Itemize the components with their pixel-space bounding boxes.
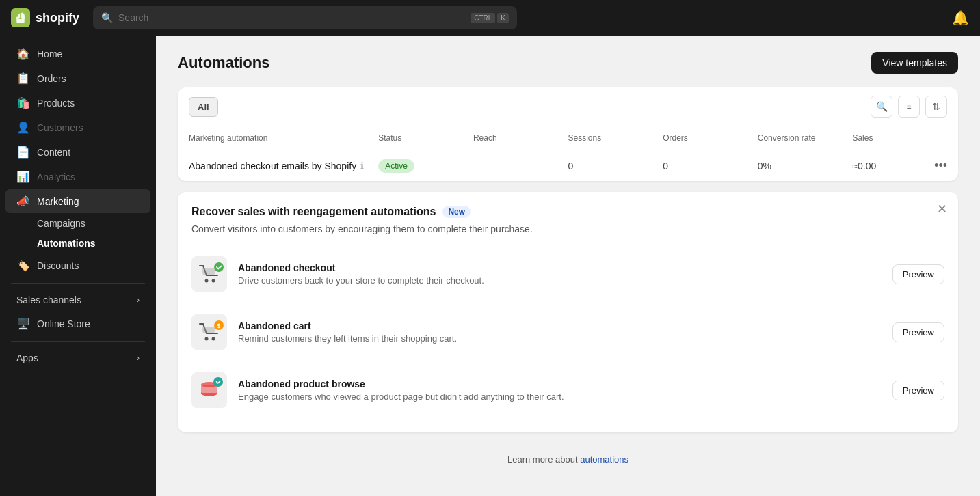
filter-tab-all[interactable]: All [189, 97, 218, 117]
sidebar-divider [11, 283, 145, 284]
preview-cart-button[interactable]: Preview [892, 322, 944, 342]
automation-item-checkout-title: Abandoned checkout [238, 262, 882, 273]
automation-item-checkout-info: Abandoned checkout Drive customers back … [238, 262, 882, 286]
reengagement-card: ✕ Recover sales with reengagement automa… [178, 192, 958, 432]
sidebar-item-discounts[interactable]: 🏷️ Discounts [5, 253, 150, 277]
search-input[interactable] [118, 12, 465, 23]
content-area: Automations View templates All 🔍 ≡ ⇅ [156, 36, 980, 496]
sort-icon: ⇅ [932, 101, 940, 112]
list-filter-icon: ≡ [906, 102, 911, 111]
automation-item-cart-title: Abandoned cart [238, 320, 882, 331]
orders-icon: 📋 [16, 72, 30, 85]
reengagement-header: Recover sales with reengagement automati… [191, 206, 944, 218]
sidebar-item-label: Orders [37, 73, 66, 84]
notification-bell-icon[interactable]: 🔔 [952, 10, 969, 25]
automation-conversion-rate: 0% [758, 161, 853, 171]
col-header-sales: Sales [852, 133, 947, 143]
search-icon: 🔍 [101, 12, 113, 23]
sidebar-item-analytics[interactable]: 📊 Analytics [5, 165, 150, 189]
sidebar-item-home[interactable]: 🏠 Home [5, 42, 150, 66]
page-title: Automations [178, 54, 269, 72]
automation-sales: ≈0.00 [852, 161, 876, 171]
sidebar-item-label: Online Store [37, 318, 90, 329]
shopify-bag-icon [11, 8, 30, 27]
sidebar-item-content[interactable]: 📄 Content [5, 140, 150, 164]
new-badge: New [442, 206, 471, 218]
col-header-orders: Orders [663, 133, 758, 143]
notification-area[interactable]: 🔔 [952, 10, 969, 26]
learn-more-text: Learn more about [507, 454, 578, 465]
automations-link[interactable]: automations [580, 454, 628, 465]
sidebar-item-orders[interactable]: 📋 Orders [5, 66, 150, 90]
apps-chevron-icon: › [137, 353, 140, 363]
learn-more-footer: Learn more about automations [178, 443, 958, 476]
more-options-button[interactable]: ••• [934, 159, 947, 173]
sales-channels-label: Sales channels [16, 294, 81, 305]
automation-orders: 0 [663, 161, 758, 171]
page-header: Automations View templates [178, 52, 958, 74]
sidebar-item-marketing[interactable]: 📣 Marketing [5, 189, 150, 213]
automation-name-text: Abandoned checkout emails by Shopify [189, 161, 356, 171]
online-store-icon: 🖥️ [16, 317, 30, 330]
sidebar-item-label: Content [37, 147, 70, 158]
automation-sales-cell: ≈0.00 ••• [852, 159, 947, 173]
shopify-logo[interactable]: shopify [11, 8, 79, 27]
svg-point-14 [213, 377, 223, 387]
search-bar[interactable]: 🔍 CTRL K [93, 6, 517, 29]
automations-table-card: All 🔍 ≡ ⇅ Marketing automation Status [178, 87, 958, 181]
abandoned-cart-svg: $ [191, 314, 227, 350]
sidebar-divider-2 [11, 341, 145, 342]
info-icon[interactable]: ℹ [360, 161, 364, 171]
reengagement-title: Recover sales with reengagement automati… [191, 206, 436, 218]
col-header-conversion: Conversion rate [758, 133, 853, 143]
svg-point-2 [205, 279, 209, 283]
search-filter-button[interactable]: 🔍 [871, 96, 892, 118]
automation-item-cart-info: Abandoned cart Remind customers they lef… [238, 320, 882, 344]
automation-item-checkout: Abandoned checkout Drive customers back … [191, 245, 944, 303]
sidebar-item-label: Customers [37, 122, 83, 133]
sidebar-item-label: Home [37, 49, 62, 59]
list-filter-button[interactable]: ≡ [898, 96, 920, 118]
sidebar-item-label: Analytics [37, 171, 75, 182]
sort-button[interactable]: ⇅ [925, 96, 947, 118]
sidebar-sub-item-automations[interactable]: Automations [5, 234, 150, 253]
col-header-sessions: Sessions [568, 133, 663, 143]
automation-status-cell: Active [378, 159, 473, 173]
search-filter-icon: 🔍 [876, 101, 888, 112]
reengagement-description: Convert visitors into customers by encou… [191, 223, 944, 234]
preview-browse-button[interactable]: Preview [892, 381, 944, 400]
automation-item-browse: Abandoned product browse Engage customer… [191, 361, 944, 419]
table-row: Abandoned checkout emails by Shopify ℹ A… [178, 150, 958, 181]
main-layout: 🏠 Home 📋 Orders 🛍️ Products 👤 Customers … [0, 36, 980, 496]
view-templates-button[interactable]: View templates [871, 52, 958, 74]
preview-checkout-button[interactable]: Preview [892, 264, 944, 284]
apps-label: Apps [16, 353, 38, 363]
home-icon: 🏠 [16, 47, 30, 60]
sidebar-item-online-store[interactable]: 🖥️ Online Store [5, 312, 150, 335]
sidebar-item-label: Products [37, 98, 75, 109]
automation-item-cart-desc: Remind customers they left items in thei… [238, 333, 882, 344]
top-navigation: shopify 🔍 CTRL K 🔔 [0, 0, 980, 36]
cart-icon: $ [191, 314, 227, 350]
sidebar-item-products[interactable]: 🛍️ Products [5, 91, 150, 115]
discounts-icon: 🏷️ [16, 259, 30, 272]
col-header-automation: Marketing automation [189, 133, 378, 143]
automation-item-browse-title: Abandoned product browse [238, 378, 882, 389]
automation-item-cart: $ Abandoned cart Remind customers they l… [191, 303, 944, 361]
sidebar-apps[interactable]: Apps › [5, 347, 150, 369]
automation-sessions: 0 [568, 161, 663, 171]
close-button[interactable]: ✕ [937, 203, 947, 215]
filter-actions: 🔍 ≡ ⇅ [871, 96, 947, 118]
sidebar-item-customers[interactable]: 👤 Customers [5, 115, 150, 139]
sales-channels-chevron-icon: › [137, 295, 140, 305]
svg-point-7 [212, 337, 215, 341]
abandoned-browse-svg [191, 372, 227, 408]
analytics-icon: 📊 [16, 170, 30, 183]
customers-icon: 👤 [16, 121, 30, 134]
browse-icon [191, 372, 227, 408]
automation-item-checkout-desc: Drive customers back to your store to co… [238, 275, 882, 286]
col-header-status: Status [378, 133, 473, 143]
sidebar-sub-item-campaigns[interactable]: Campaigns [5, 214, 150, 233]
sidebar-sales-channels[interactable]: Sales channels › [5, 289, 150, 311]
automation-name: Abandoned checkout emails by Shopify ℹ [189, 161, 378, 171]
